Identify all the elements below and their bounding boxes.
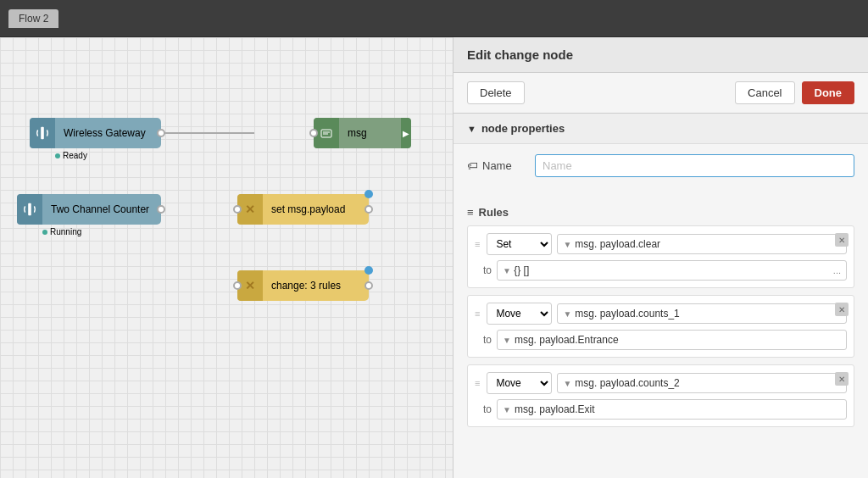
right-panel: Edit change node Delete Cancel Done ▼ no… xyxy=(453,37,868,478)
rules-label: ≡ Rules xyxy=(467,206,854,219)
svg-rect-0 xyxy=(41,127,44,139)
node-msg[interactable]: msg ▶ xyxy=(314,118,411,148)
rule-2-top-row: ≡ Set Change Delete Move ▼ msg. payload.… xyxy=(475,303,847,325)
setpayload-port-right[interactable] xyxy=(364,205,373,214)
setpayload-blue-dot xyxy=(364,190,373,198)
rule-3-close-button[interactable]: ✕ xyxy=(835,372,849,386)
setpayload-port-left[interactable] xyxy=(233,205,242,214)
rule-3-to-row: to ▼ msg. payload.Exit xyxy=(475,399,847,420)
section-header-label: node properties xyxy=(481,122,565,135)
cancel-button[interactable]: Cancel xyxy=(735,81,794,104)
counter-icon xyxy=(17,194,42,225)
rule-2-action-select[interactable]: Set Change Delete Move xyxy=(487,303,552,325)
setpayload-label: set msg.payload xyxy=(263,203,369,215)
counter-status-dot xyxy=(42,230,47,235)
rule-3-to-value: msg. payload.Exit xyxy=(515,403,595,415)
rule-1-action-select[interactable]: Set Change Delete Move xyxy=(487,233,552,255)
counter-status: Running xyxy=(42,227,81,236)
section-header[interactable]: ▼ node properties xyxy=(453,114,868,144)
name-input[interactable] xyxy=(535,154,854,177)
chevron-icon: ▼ xyxy=(467,124,476,134)
counter-status-text: Running xyxy=(50,227,81,236)
top-bar: Flow 2 xyxy=(0,0,868,37)
rule-1-to-value: ▼ {} [] xyxy=(503,264,529,276)
msg-end: ▶ xyxy=(401,118,411,148)
rule-2-field-value: msg. payload.counts_1 xyxy=(575,308,679,320)
counter-label: Two Channel Counter xyxy=(42,203,161,215)
rule-1-close-button[interactable]: ✕ xyxy=(835,233,849,247)
wireless-gateway-status-dot xyxy=(55,153,60,158)
setpayload-transform-icon: ✕ xyxy=(245,203,255,216)
rule-1-field-input[interactable]: ▼ msg. payload.clear xyxy=(557,234,847,254)
panel-title: Edit change node xyxy=(467,47,854,62)
rule-2-to-arrow: ▼ xyxy=(503,336,511,345)
rule-1-field-arrow: ▼ xyxy=(563,240,571,249)
node-two-channel-counter[interactable]: Two Channel Counter Running xyxy=(17,194,161,225)
form-area: 🏷 Name xyxy=(453,144,868,199)
svg-rect-4 xyxy=(28,203,31,215)
rule-2-to-input[interactable]: ▼ msg. payload.Entrance xyxy=(497,330,847,350)
rule-3-field-value: msg. payload.counts_2 xyxy=(575,377,679,389)
rule-3-field-arrow: ▼ xyxy=(563,379,571,388)
rule-1-to-input[interactable]: ▼ {} [] ... xyxy=(497,260,847,281)
rule-2-field-arrow: ▼ xyxy=(563,309,571,319)
rule-3-action-select[interactable]: Set Change Delete Move xyxy=(487,372,552,394)
rule-3-to-arrow: ▼ xyxy=(503,405,511,414)
change-transform-icon: ✕ xyxy=(245,279,255,292)
rule-2-close-button[interactable]: ✕ xyxy=(835,303,849,316)
node-set-msg-payload[interactable]: ✕ set msg.payload xyxy=(237,194,369,225)
rule-2-drag-handle[interactable]: ≡ xyxy=(475,308,480,319)
tag-icon: 🏷 xyxy=(467,159,478,172)
rule-3-field-input[interactable]: ▼ msg. payload.counts_2 xyxy=(557,373,847,393)
msg-port-left[interactable] xyxy=(309,129,318,137)
panel-toolbar-left: Delete xyxy=(467,81,525,104)
canvas-grid xyxy=(0,37,453,478)
rule-2-to-row: to ▼ msg. payload.Entrance xyxy=(475,330,847,350)
rule-3-drag-handle[interactable]: ≡ xyxy=(475,378,480,388)
panel-toolbar-right: Cancel Done xyxy=(735,81,854,104)
rule-3-to-label: to xyxy=(475,403,492,415)
panel-toolbar: Delete Cancel Done xyxy=(453,73,868,114)
change-port-right[interactable] xyxy=(364,281,373,290)
delete-button[interactable]: Delete xyxy=(467,81,525,104)
rule-1-drag-handle[interactable]: ≡ xyxy=(475,239,480,249)
msg-label: msg xyxy=(339,127,401,139)
wireless-gateway-icon xyxy=(30,118,55,148)
rule-2-field-input[interactable]: ▼ msg. payload.counts_1 xyxy=(557,303,847,324)
name-row: 🏷 Name xyxy=(467,154,854,177)
rules-section: ≡ Rules ≡ Set Change Delete Move ▼ msg. xyxy=(453,199,868,441)
rule-item-3: ≡ Set Change Delete Move ▼ msg. payload.… xyxy=(467,364,854,427)
rule-2-to-label: to xyxy=(475,334,492,346)
rule-1-top-row: ≡ Set Change Delete Move ▼ msg. payload.… xyxy=(475,233,847,255)
rule-1-to-row: to ▼ {} [] ... xyxy=(475,260,847,281)
change-blue-dot xyxy=(364,266,373,275)
rule-1-field-value: msg. payload.clear xyxy=(575,238,660,250)
rule-item-1: ≡ Set Change Delete Move ▼ msg. payload.… xyxy=(467,225,854,288)
canvas: Wireless Gateway Ready msg ▶ xyxy=(0,37,453,478)
wireless-gateway-status: Ready xyxy=(55,151,87,160)
rule-3-to-input[interactable]: ▼ msg. payload.Exit xyxy=(497,399,847,420)
rule-1-more-btn[interactable]: ... xyxy=(833,265,841,275)
node-wireless-gateway[interactable]: Wireless Gateway Ready xyxy=(30,118,161,148)
node-change-3-rules[interactable]: ✕ change: 3 rules xyxy=(237,270,369,301)
change-label: change: 3 rules xyxy=(263,280,369,292)
rule-item-2: ≡ Set Change Delete Move ▼ msg. payload.… xyxy=(467,295,854,358)
main-content: Wireless Gateway Ready msg ▶ xyxy=(0,37,868,478)
panel-header: Edit change node xyxy=(453,37,868,73)
flow-tab-1[interactable]: Flow 2 xyxy=(8,9,58,28)
rule-1-to-label: to xyxy=(475,264,492,276)
name-label: 🏷 Name xyxy=(467,159,535,172)
wireless-gateway-label: Wireless Gateway xyxy=(55,127,161,139)
wireless-gateway-status-text: Ready xyxy=(63,151,87,160)
rule-3-top-row: ≡ Set Change Delete Move ▼ msg. payload.… xyxy=(475,372,847,394)
change-port-left[interactable] xyxy=(233,281,242,290)
rule-2-to-value: msg. payload.Entrance xyxy=(515,334,619,346)
done-button[interactable]: Done xyxy=(802,81,855,104)
wireless-gateway-port-right[interactable] xyxy=(157,129,165,137)
rules-icon: ≡ xyxy=(467,206,474,219)
counter-port-right[interactable] xyxy=(157,205,165,214)
